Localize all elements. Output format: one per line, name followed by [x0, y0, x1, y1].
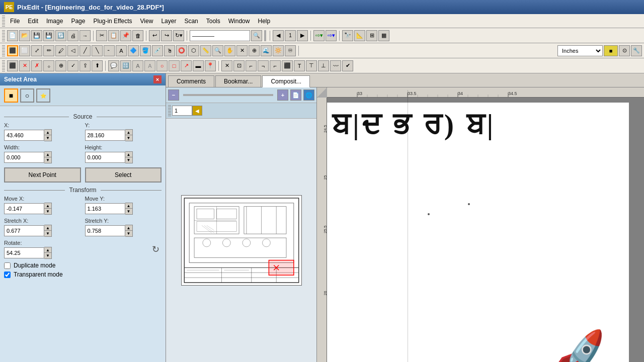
x-spin-up[interactable]: ▲	[44, 130, 51, 135]
tb-extra3[interactable]: 🌊	[261, 45, 272, 56]
height-input[interactable]	[85, 152, 125, 163]
page-number-input[interactable]	[172, 106, 192, 116]
tb-select[interactable]: ⬛	[7, 45, 18, 56]
tb-circle[interactable]: ○	[156, 60, 168, 71]
tb-save[interactable]: 💾	[31, 30, 42, 41]
duplicate-checkbox[interactable]	[4, 262, 11, 269]
menu-scan[interactable]: Scan	[180, 16, 202, 26]
next-point-button[interactable]: Next Point	[4, 167, 81, 183]
tab-compositor[interactable]: Composit...	[262, 75, 310, 87]
rotate-spin-down[interactable]: ▼	[44, 253, 51, 258]
move-y-input[interactable]	[85, 203, 125, 214]
tb-arrow-tool[interactable]: ↗	[181, 60, 192, 71]
tb-r1[interactable]: ⬛	[7, 60, 18, 71]
tb-delete[interactable]: 🗑	[132, 30, 143, 41]
tb-fill[interactable]: 🪣	[140, 45, 151, 56]
tb-rect[interactable]: □	[169, 60, 180, 71]
tb-nav-back[interactable]: ◀	[273, 30, 284, 41]
tb-pin[interactable]: 📍	[205, 60, 216, 71]
tb-hand[interactable]: ✋	[224, 45, 235, 56]
height-spin-up[interactable]: ▲	[125, 152, 132, 157]
tb-new[interactable]: 📄	[7, 30, 18, 41]
tb-zoom[interactable]: 🔍	[212, 45, 223, 56]
menu-edit[interactable]: Edit	[24, 16, 42, 26]
nav-zoom-out[interactable]: −	[168, 89, 179, 101]
tb-redact[interactable]: ⬛	[282, 60, 293, 71]
tb-view2[interactable]: 📐	[354, 30, 365, 41]
move-x-input[interactable]	[4, 203, 44, 214]
tb-wave[interactable]: 〰	[330, 60, 341, 71]
y-input[interactable]	[85, 130, 125, 141]
y-spin-down[interactable]: ▼	[125, 135, 132, 141]
tb-line2[interactable]: ╲	[92, 45, 103, 56]
tb-hilite[interactable]: ▬	[193, 60, 204, 71]
tab-bookmarks[interactable]: Bookmar...	[215, 75, 261, 87]
tb-save2[interactable]: 💾	[43, 30, 54, 41]
menu-layer[interactable]: Layer	[157, 16, 180, 26]
stretch-x-input[interactable]	[4, 225, 44, 236]
tb-corner3[interactable]: ⌐	[270, 60, 281, 71]
tb-units3[interactable]: ⊙	[619, 45, 630, 56]
tb-r6[interactable]: ✓	[67, 60, 78, 71]
tb-type[interactable]: T	[294, 60, 305, 71]
rotate-spin-up[interactable]: ▲	[44, 247, 51, 253]
tb-select2[interactable]: ⬜	[19, 45, 30, 56]
tb-lasso[interactable]: ⭕	[176, 45, 187, 56]
stretch-x-spin-up[interactable]: ▲	[44, 225, 51, 231]
units-select[interactable]: Inches Centimeters Pixels	[557, 45, 603, 56]
tb-r2[interactable]: ✕	[19, 60, 30, 71]
tb-nav-fwd[interactable]: ▶	[297, 30, 308, 41]
x-input[interactable]	[4, 130, 44, 141]
width-input[interactable]	[4, 152, 44, 163]
width-spin-down[interactable]: ▼	[44, 157, 51, 163]
tb-corner1[interactable]: ⌐	[246, 60, 257, 71]
menu-file[interactable]: File	[6, 16, 24, 26]
tb-measure[interactable]: 📏	[200, 45, 211, 56]
tb-print[interactable]: 🖨	[67, 30, 78, 41]
tb-corner2[interactable]: ¬	[258, 60, 269, 71]
tb-text-a[interactable]: A	[132, 60, 143, 71]
move-y-spin-up[interactable]: ▲	[125, 203, 132, 209]
tb-text[interactable]: A	[116, 45, 127, 56]
tb-line3[interactable]: ╴	[104, 45, 115, 56]
tb-blue-arrow[interactable]: ⇨▾	[326, 30, 337, 41]
tb-binoculars[interactable]: 🔭	[342, 30, 353, 41]
menu-window[interactable]: Window	[224, 16, 254, 26]
move-y-spin-down[interactable]: ▼	[125, 209, 132, 214]
tb-copy[interactable]: 📋	[108, 30, 119, 41]
menu-tools[interactable]: Tools	[202, 16, 224, 26]
tb-paste[interactable]: 📌	[120, 30, 131, 41]
tb-arrow[interactable]: →	[79, 30, 91, 41]
tb-stamp[interactable]: 🔠	[120, 60, 131, 71]
tb-search[interactable]: 🔍	[251, 30, 262, 41]
tb-r7[interactable]: ⇪	[79, 60, 91, 71]
circle-select-tool[interactable]: ○	[20, 88, 34, 103]
tb-r5[interactable]: ⊕	[55, 60, 66, 71]
x-spin-down[interactable]: ▼	[44, 135, 51, 141]
tb-eyedrop[interactable]: 💉	[152, 45, 163, 56]
tb-view3[interactable]: ⊞	[366, 30, 377, 41]
tb-line[interactable]: ╱	[79, 45, 91, 56]
rect-select-tool[interactable]: ■	[4, 88, 18, 103]
nav-page-btn[interactable]: 📄	[290, 89, 301, 101]
stretch-y-spin-down[interactable]: ▼	[125, 231, 132, 236]
tb-green-arrow[interactable]: ⇨▾	[313, 30, 325, 41]
select-button[interactable]: Select	[85, 167, 162, 183]
rotate-input[interactable]	[4, 247, 44, 258]
y-spin-up[interactable]: ▲	[125, 130, 132, 135]
move-x-spin-down[interactable]: ▼	[44, 209, 51, 214]
tb-comment[interactable]: 💬	[108, 60, 119, 71]
tb-extra4[interactable]: 🔆	[273, 45, 284, 56]
tb-brush[interactable]: 🖊	[55, 45, 66, 56]
tb-save3[interactable]: 🔃	[55, 30, 66, 41]
move-x-spin-up[interactable]: ▲	[44, 203, 51, 209]
tb-text-a2[interactable]: A	[144, 60, 155, 71]
menu-view[interactable]: View	[136, 16, 157, 26]
tb-baseline[interactable]: ⊤	[306, 60, 317, 71]
custom-select-tool[interactable]: ⭐	[36, 88, 50, 103]
tb-extra5[interactable]: ♾	[285, 45, 296, 56]
height-spin-down[interactable]: ▼	[125, 157, 132, 163]
tb-pencil[interactable]: ✏	[43, 45, 54, 56]
tb-r8[interactable]: ⬆	[92, 60, 103, 71]
tab-comments[interactable]: Comments	[168, 75, 214, 87]
